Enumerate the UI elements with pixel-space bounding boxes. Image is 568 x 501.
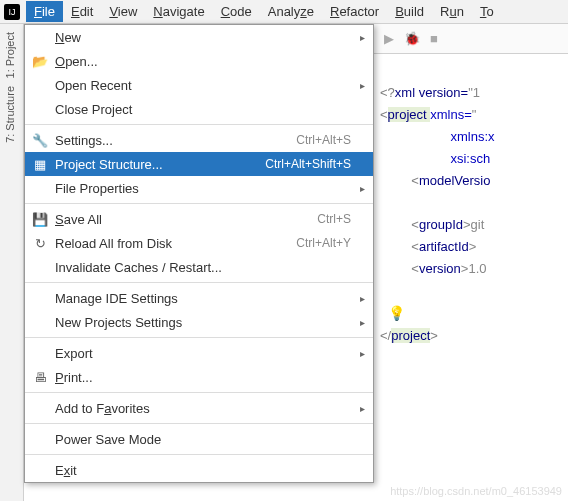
menu-tools[interactable]: To — [472, 1, 502, 22]
stop-icon[interactable]: ■ — [430, 31, 438, 46]
save-icon: 💾 — [31, 212, 49, 227]
folder-icon: 📂 — [31, 54, 49, 69]
menu-invalidate[interactable]: Invalidate Caches / Restart... — [25, 255, 373, 279]
file-menu-dropdown: New 📂Open... Open Recent Close Project 🔧… — [24, 24, 374, 483]
print-icon: 🖶 — [31, 370, 49, 385]
menu-save-all[interactable]: 💾Save AllCtrl+S — [25, 207, 373, 231]
menu-settings[interactable]: 🔧Settings...Ctrl+Alt+S — [25, 128, 373, 152]
menu-exit[interactable]: Exit — [25, 458, 373, 482]
menu-file-properties[interactable]: File Properties — [25, 176, 373, 200]
menu-new[interactable]: New — [25, 25, 373, 49]
reload-icon: ↻ — [31, 236, 49, 251]
menu-open-recent[interactable]: Open Recent — [25, 73, 373, 97]
menu-new-projects[interactable]: New Projects Settings — [25, 310, 373, 334]
menu-power-save[interactable]: Power Save Mode — [25, 427, 373, 451]
menu-close-project[interactable]: Close Project — [25, 97, 373, 121]
menu-analyze[interactable]: Analyze — [260, 1, 322, 22]
run-icon[interactable]: ▶ — [384, 31, 394, 46]
menubar: IJ File Edit View Navigate Code Analyze … — [0, 0, 568, 24]
menu-open[interactable]: 📂Open... — [25, 49, 373, 73]
menu-run[interactable]: Run — [432, 1, 472, 22]
menu-code[interactable]: Code — [213, 1, 260, 22]
watermark: https://blog.csdn.net/m0_46153949 — [390, 485, 562, 497]
sidebar-structure[interactable]: 7: Structure — [4, 86, 16, 143]
menu-ide-settings[interactable]: Manage IDE Settings — [25, 286, 373, 310]
menu-view[interactable]: View — [101, 1, 145, 22]
menu-favorites[interactable]: Add to Favorites — [25, 396, 373, 420]
menu-navigate[interactable]: Navigate — [145, 1, 212, 22]
app-logo: IJ — [4, 4, 20, 20]
menu-refactor[interactable]: Refactor — [322, 1, 387, 22]
menu-print[interactable]: 🖶Print... — [25, 365, 373, 389]
code-editor[interactable]: <?xml version="1 <project xmlns=" xmlns:… — [380, 60, 568, 347]
wrench-icon: 🔧 — [31, 133, 49, 148]
bulb-icon[interactable]: 💡 — [388, 305, 405, 321]
structure-icon: ▦ — [31, 157, 49, 172]
menu-file[interactable]: File — [26, 1, 63, 22]
menu-export[interactable]: Export — [25, 341, 373, 365]
menu-reload[interactable]: ↻Reload All from DiskCtrl+Alt+Y — [25, 231, 373, 255]
editor-toolbar: ▶ 🐞 ■ — [374, 24, 568, 54]
debug-icon[interactable]: 🐞 — [404, 31, 420, 46]
menu-edit[interactable]: Edit — [63, 1, 101, 22]
menu-project-structure[interactable]: ▦Project Structure...Ctrl+Alt+Shift+S — [25, 152, 373, 176]
menu-build[interactable]: Build — [387, 1, 432, 22]
sidebar: 1: Project 7: Structure — [0, 24, 24, 501]
sidebar-project[interactable]: 1: Project — [4, 32, 16, 78]
